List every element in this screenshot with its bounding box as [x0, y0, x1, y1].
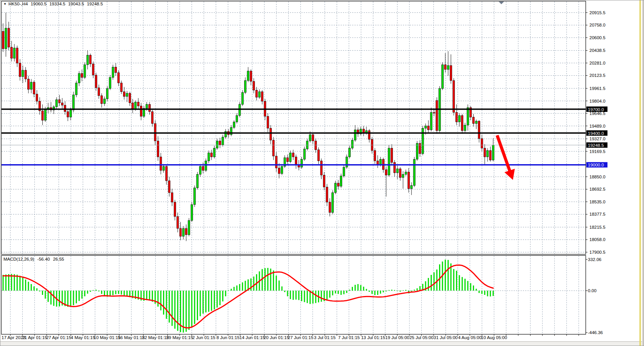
- price-axis-label[interactable]: 19327.0: [589, 136, 606, 141]
- macd-histogram-bar: [84, 291, 85, 296]
- price-axis-label[interactable]: 20600.5: [589, 35, 606, 40]
- macd-histogram-bar: [59, 291, 60, 306]
- price-axis-label[interactable]: 20123.5: [589, 73, 606, 78]
- macd-histogram-bar: [22, 278, 23, 291]
- price-axis-label[interactable]: 20758.0: [589, 23, 606, 27]
- candle-up: [458, 116, 460, 122]
- macd-histogram-bar: [242, 283, 243, 291]
- symbol-header: ▼HK50-,H4 19060.5 19334.5 19043.5 19248.…: [3, 2, 105, 6]
- price-axis-label[interactable]: 20438.5: [589, 48, 606, 53]
- macd-histogram-bar: [208, 291, 209, 312]
- macd-histogram-bar: [186, 291, 187, 332]
- candle-up: [241, 93, 243, 105]
- date-axis-label[interactable]: 27 Jun 01:15: [288, 335, 314, 340]
- date-axis-label[interactable]: 7 Jul 01:15: [338, 335, 359, 340]
- candle-down: [489, 150, 491, 160]
- price-axis-label[interactable]: 18377.5: [589, 212, 606, 216]
- candle-down: [165, 166, 167, 181]
- macd-axis-label[interactable]: -446.36: [588, 330, 603, 335]
- price-axis-label[interactable]: 18692.5: [589, 187, 606, 191]
- price-axis-label[interactable]: 19961.5: [589, 86, 606, 91]
- candle-up: [30, 82, 32, 90]
- date-axis-label[interactable]: 4 May 01:15: [71, 335, 95, 340]
- macd-axis-label[interactable]: 332.06: [588, 257, 601, 262]
- date-axis-label[interactable]: 10 Aug 05:00: [481, 335, 507, 340]
- date-axis-label[interactable]: 10 May 01:15: [94, 335, 121, 340]
- date-axis-label[interactable]: 2 Jun 01:15: [192, 335, 215, 340]
- ohlc-low: 19043.5: [68, 2, 84, 6]
- macd-main-value: -56.40: [37, 257, 50, 261]
- date-axis-label[interactable]: 19 Jul 05:00: [385, 335, 409, 340]
- date-axis-label[interactable]: 31 Jul 05:00: [434, 335, 458, 340]
- macd-histogram-bar: [332, 291, 333, 295]
- price-axis-label[interactable]: 18535.0: [589, 200, 606, 204]
- macd-histogram-bar: [205, 291, 206, 313]
- macd-histogram-bar: [250, 278, 251, 291]
- price-axis-label[interactable]: 20281.0: [589, 61, 606, 65]
- chart-shift-marker-icon[interactable]: [499, 2, 504, 4]
- candle-up: [163, 166, 165, 170]
- price-axis-label[interactable]: 19169.5: [589, 149, 606, 154]
- macd-histogram-bar: [267, 268, 268, 291]
- price-axis-label[interactable]: 19804.0: [589, 99, 606, 103]
- date-axis-label[interactable]: 27 Apr 01:15: [46, 335, 71, 340]
- macd-histogram-bar: [5, 274, 7, 291]
- macd-histogram-bar: [346, 291, 347, 293]
- date-axis-label[interactable]: 25 Jul 05:00: [409, 335, 434, 340]
- symbol-dropdown-icon[interactable]: ▼: [3, 2, 7, 6]
- macd-histogram-bar: [31, 284, 32, 291]
- price-axis-label[interactable]: 19489.0: [589, 124, 606, 128]
- candle-down: [253, 82, 255, 90]
- date-axis-label[interactable]: 13 Jul 01:15: [361, 335, 385, 340]
- date-axis-label[interactable]: 20 Jun 01:15: [264, 335, 290, 340]
- date-axis-label[interactable]: 8 Jun 01:15: [216, 335, 240, 340]
- price-axis-label[interactable]: 20915.5: [589, 10, 606, 15]
- price-axis-label[interactable]: 18215.5: [589, 225, 606, 230]
- candle-up: [379, 159, 381, 165]
- macd-histogram-bar: [416, 288, 418, 291]
- date-axis-label[interactable]: 4 Aug 05:00: [458, 335, 481, 340]
- right-edge-border: [642, 0, 644, 346]
- candle-up: [475, 121, 477, 123]
- candle-down: [180, 228, 181, 236]
- candle-up: [388, 148, 390, 175]
- macd-axis-label[interactable]: 0.00: [588, 288, 596, 293]
- chart-canvas[interactable]: 20915.520758.020600.520438.520281.020123…: [0, 0, 644, 346]
- candle-down: [320, 161, 322, 175]
- trend-arrow-shaft[interactable]: [497, 135, 510, 171]
- candle-down: [25, 70, 27, 79]
- date-axis-label[interactable]: 21 Apr 01:15: [22, 335, 47, 340]
- price-axis-label[interactable]: 18850.0: [589, 175, 606, 179]
- candle-down: [337, 183, 339, 186]
- candle-up: [70, 110, 72, 117]
- candle-down: [394, 163, 396, 173]
- candle-up: [422, 128, 424, 154]
- candle-down: [98, 88, 100, 96]
- macd-histogram-bar: [197, 291, 198, 320]
- price-tag-label: 19700.0: [588, 107, 604, 112]
- candle-up: [402, 175, 404, 178]
- candle-up: [233, 122, 235, 127]
- macd-histogram-bar: [160, 291, 161, 310]
- macd-histogram-bar: [349, 290, 350, 291]
- candle-up: [126, 93, 128, 96]
- macd-histogram-bar: [14, 274, 15, 291]
- macd-histogram-bar: [82, 291, 83, 299]
- candle-down: [318, 150, 320, 161]
- macd-histogram-bar: [220, 291, 221, 305]
- candle-up: [309, 135, 311, 141]
- price-axis-label[interactable]: 17900.5: [589, 250, 606, 255]
- macd-histogram-bar: [338, 291, 339, 294]
- candle-down: [19, 63, 21, 77]
- candle-down: [58, 100, 60, 103]
- candle-down: [42, 111, 43, 120]
- candle-down: [323, 175, 325, 187]
- date-axis-label[interactable]: 16 May 01:15: [118, 335, 145, 340]
- candle-down: [211, 153, 213, 157]
- price-axis-label[interactable]: 18058.0: [589, 237, 606, 242]
- date-axis-label[interactable]: 3 Jul 01:15: [314, 335, 336, 340]
- date-axis-label[interactable]: 14 Jun 01:15: [240, 335, 265, 340]
- candle-down: [292, 153, 294, 157]
- date-axis-label[interactable]: 29 May 01:15: [166, 335, 193, 340]
- date-axis-label[interactable]: 22 May 01:15: [142, 335, 169, 340]
